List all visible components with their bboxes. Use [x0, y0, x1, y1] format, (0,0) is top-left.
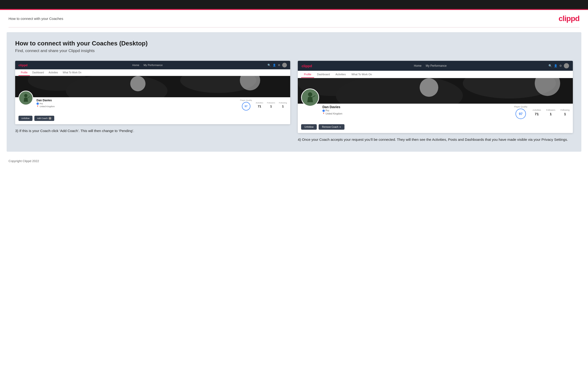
profile-badge-1: Pro [36, 102, 237, 105]
two-column-layout: clippd Home My Performance 🔍 👤 ⚙ Profile [15, 61, 573, 142]
stat-activities-2: Activities 71 [533, 109, 541, 116]
profile-details-1: Dan Davies Pro 📍 United Kingdom [36, 97, 237, 108]
stat-following-2: Following 1 [561, 109, 570, 116]
stat-label-quality-2: Player Quality [514, 106, 527, 108]
tab-profile-1[interactable]: Profile [18, 69, 30, 76]
main-content: How to connect with your Coaches (Deskto… [7, 32, 581, 152]
app-navbar-1: clippd Home My Performance 🔍 👤 ⚙ [15, 61, 290, 69]
profile-banner-2 [298, 78, 573, 104]
app-navbar-2: clippd Home My Performance 🔍 👤 ⚙ [298, 61, 573, 71]
tab-what-to-work-on-1[interactable]: What To Work On [61, 69, 84, 76]
svg-point-8 [24, 94, 27, 97]
nav-links-1: Home My Performance [132, 64, 163, 67]
profile-info-2: Dan Davies Pro 📍 United Kingdom Player Q [298, 104, 573, 122]
clippd-logo: clippd [559, 14, 579, 23]
profile-location-text-2: United Kingdom [326, 112, 342, 115]
banner-image-1 [15, 76, 290, 97]
screenshot-1: clippd Home My Performance 🔍 👤 ⚙ Profile [15, 61, 290, 124]
verified-icon-2 [322, 109, 325, 112]
stat-value-followers-2: 1 [546, 112, 555, 116]
header-divider [9, 27, 579, 27]
svg-rect-6 [15, 76, 290, 97]
nav-my-performance-1[interactable]: My Performance [144, 64, 163, 67]
page-subheading: Find, connect and share your Clippd insi… [15, 49, 573, 53]
svg-point-18 [308, 92, 312, 97]
avatar-wrapper-1 [18, 91, 33, 105]
stat-value-activities-2: 71 [533, 112, 541, 116]
app-logo-2: clippd [302, 64, 312, 68]
profile-details-2: Dan Davies Pro 📍 United Kingdom [322, 104, 511, 115]
tab-dashboard-2[interactable]: Dashboard [314, 71, 333, 78]
unfollow-button-1[interactable]: Unfollow [18, 116, 33, 121]
copyright: Copyright Clippd 2022 [9, 159, 39, 163]
location-icon-1: 📍 [36, 106, 39, 108]
tab-profile-2[interactable]: Profile [301, 71, 314, 78]
quality-value-2: 97 [516, 108, 526, 119]
stat-value-followers-1: 1 [267, 105, 275, 108]
btn-group-2: Unfollow Remove Coach ✕ [298, 122, 573, 133]
search-icon-1[interactable]: 🔍 [268, 64, 271, 67]
person-icon-2[interactable]: 👤 [554, 64, 557, 67]
header: How to connect with your Coaches clippd [0, 10, 588, 27]
verified-icon-1 [36, 102, 39, 105]
caption-1: 3) If this is your Coach click ‘Add Coac… [15, 128, 290, 133]
profile-location-text-1: United Kingdom [40, 105, 55, 108]
profile-stats-1: Player Quality 97 Activities 71 Follower… [240, 97, 287, 110]
screenshot-2: clippd Home My Performance 🔍 👤 ⚙ Profile [298, 61, 573, 133]
stat-player-quality-1: Player Quality 97 [240, 99, 252, 110]
top-bar [0, 0, 588, 9]
stat-label-quality-1: Player Quality [240, 99, 252, 101]
avatar-1 [18, 91, 33, 105]
search-icon-2[interactable]: 🔍 [548, 64, 552, 67]
nav-home-2[interactable]: Home [414, 64, 422, 67]
page-heading: How to connect with your Coaches (Deskto… [15, 40, 573, 47]
tab-activities-2[interactable]: Activities [333, 71, 348, 78]
stat-label-activities-2: Activities [533, 109, 541, 111]
unfollow-button-2[interactable]: Unfollow [301, 124, 317, 130]
tab-activities-1[interactable]: Activities [46, 69, 60, 76]
nav-home-1[interactable]: Home [132, 64, 139, 67]
right-column: clippd Home My Performance 🔍 👤 ⚙ Profile [298, 61, 573, 142]
avatar-icon-1[interactable] [282, 63, 287, 67]
page-title: How to connect with your Coaches [9, 17, 63, 21]
settings-icon-1[interactable]: ⚙ [278, 64, 280, 67]
tab-what-to-work-on-2[interactable]: What To Work On [348, 71, 375, 78]
stat-following-1: Following 1 [279, 102, 287, 108]
remove-coach-button[interactable]: Remove Coach ✕ [319, 124, 345, 130]
tab-dashboard-1[interactable]: Dashboard [30, 69, 46, 76]
nav-my-performance-2[interactable]: My Performance [426, 64, 447, 67]
left-column: clippd Home My Performance 🔍 👤 ⚙ Profile [15, 61, 290, 142]
stat-value-activities-1: 71 [256, 105, 263, 108]
stat-value-following-2: 1 [561, 112, 570, 116]
app-logo-1: clippd [18, 63, 27, 67]
person-icon-1[interactable]: 👤 [273, 64, 276, 67]
stat-label-activities-1: Activities [256, 102, 263, 104]
profile-banner-1 [15, 76, 290, 97]
profile-location-1: 📍 United Kingdom [36, 105, 237, 108]
profile-stats-2: Player Quality 97 Activities 71 Follower… [514, 104, 570, 119]
profile-info-1: Dan Davies Pro 📍 United Kingdom Player Q [15, 97, 290, 114]
profile-name-2: Dan Davies [322, 105, 511, 109]
avatar-icon-2[interactable] [564, 63, 569, 68]
nav-icons-2: 🔍 👤 ⚙ [548, 63, 569, 68]
profile-name-1: Dan Davies [36, 99, 237, 102]
btn-group-1: Unfollow Add Coach + [15, 114, 290, 124]
add-coach-label-1: Add Coach [37, 117, 48, 119]
stat-label-following-1: Following [279, 102, 287, 104]
stat-followers-2: Followers 1 [546, 109, 555, 116]
stat-label-followers-2: Followers [546, 109, 555, 111]
avatar-2 [301, 89, 319, 107]
stat-label-following-2: Following [561, 109, 570, 111]
stat-player-quality-2: Player Quality 97 [514, 106, 527, 119]
nav-icons-1: 🔍 👤 ⚙ [268, 63, 287, 67]
footer: Copyright Clippd 2022 [0, 156, 588, 166]
remove-coach-label: Remove Coach [322, 126, 338, 128]
stat-followers-1: Followers 1 [267, 102, 275, 108]
settings-icon-2[interactable]: ⚙ [559, 64, 562, 67]
profile-location-2: 📍 United Kingdom [322, 112, 511, 115]
plus-icon-1: + [49, 117, 52, 120]
app-tabbar-1: Profile Dashboard Activities What To Wor… [15, 69, 290, 76]
add-coach-button-1[interactable]: Add Coach + [34, 116, 54, 121]
stat-activities-1: Activities 71 [256, 102, 263, 108]
stat-value-following-1: 1 [279, 105, 287, 108]
